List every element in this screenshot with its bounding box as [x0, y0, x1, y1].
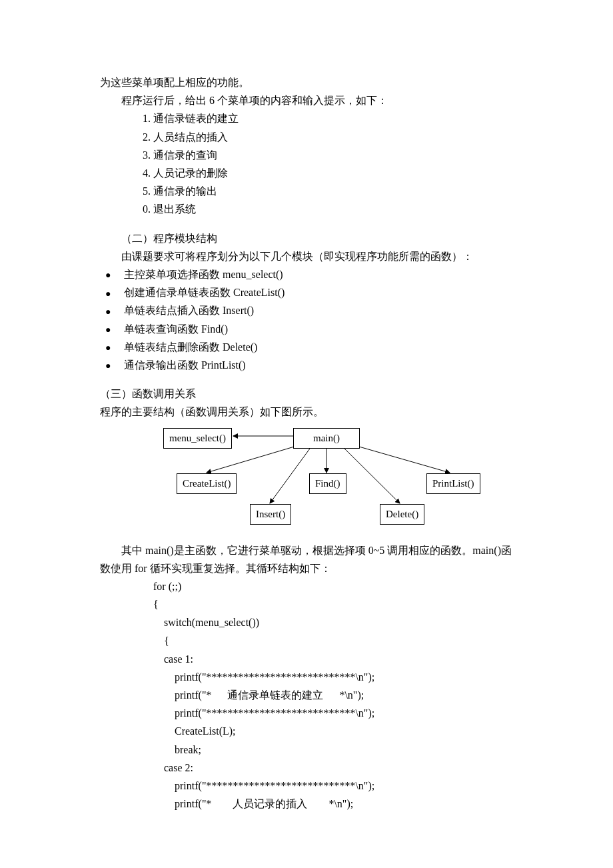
module-item: 单链表查询函数 Find()	[105, 320, 513, 338]
module-item: 单链表结点插入函数 Insert()	[105, 301, 513, 319]
menu-0: 0. 退出系统	[100, 200, 513, 218]
run-prompt: 程序运行后，给出 6 个菜单项的内容和输入提示，如下：	[100, 91, 513, 109]
module-item: 创建通信录单链表函数 CreateList()	[105, 283, 513, 301]
module-item: 单链表结点删除函数 Delete()	[105, 338, 513, 356]
call-diagram: main() menu_select() CreateList() Find()…	[100, 428, 513, 528]
node-delete: Delete()	[380, 504, 424, 525]
svg-line-5	[350, 444, 450, 473]
menu-1: 1. 通信录链表的建立	[100, 109, 513, 127]
code-block: for (;;) { switch(menu_select()) { case …	[100, 577, 513, 813]
node-insert: Insert()	[250, 504, 291, 525]
after-diagram: 其中 main()是主函数，它进行菜单驱动，根据选择项 0~5 调用相应的函数。…	[100, 541, 513, 577]
intro-line: 为这些菜单项配上相应的功能。	[100, 73, 513, 91]
menu-2: 2. 人员结点的插入	[100, 128, 513, 146]
section3-intro: 程序的主要结构（函数调用关系）如下图所示。	[100, 403, 513, 421]
node-main: main()	[293, 428, 360, 449]
module-label: 通信录输出函数 PrintList()	[124, 359, 246, 371]
section3-title: （三）函数调用关系	[100, 385, 513, 403]
module-label: 创建通信录单链表函数 CreateList()	[124, 287, 285, 298]
node-find: Find()	[309, 473, 346, 495]
module-item: 通信录输出函数 PrintList()	[105, 356, 513, 374]
menu-3: 3. 通信录的查询	[100, 146, 513, 164]
menu-4: 4. 人员记录的删除	[100, 164, 513, 182]
module-label: 主控菜单项选择函数 menu_select()	[124, 269, 283, 280]
module-label: 单链表查询函数 Find()	[124, 323, 228, 335]
section2-intro: 由课题要求可将程序划分为以下几个模块（即实现程序功能所需的函数）：	[100, 247, 513, 265]
section2-title: （二）程序模块结构	[100, 229, 513, 247]
node-menu: menu_select()	[163, 428, 232, 449]
node-print: PrintList()	[426, 473, 480, 495]
module-list: 主控菜单项选择函数 menu_select() 创建通信录单链表函数 Creat…	[100, 265, 513, 374]
module-label: 单链表结点删除函数 Delete()	[124, 341, 257, 353]
module-item: 主控菜单项选择函数 menu_select()	[105, 265, 513, 283]
module-label: 单链表结点插入函数 Insert()	[124, 305, 254, 316]
svg-line-4	[340, 444, 400, 503]
node-create: CreateList()	[177, 473, 237, 495]
menu-5: 5. 通信录的输出	[100, 182, 513, 200]
svg-line-2	[270, 444, 313, 503]
